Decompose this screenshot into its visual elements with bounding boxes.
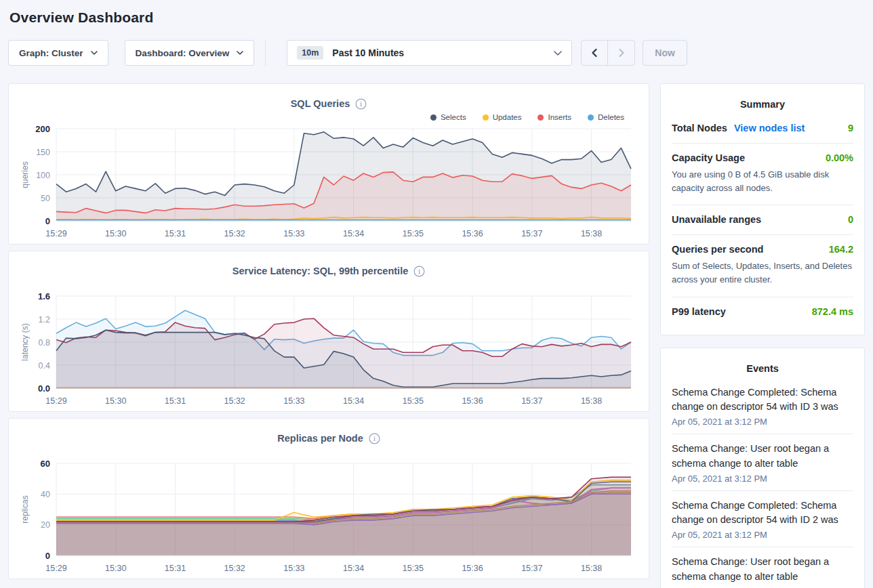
queries-per-second-value: 164.2 (829, 244, 853, 255)
chart-title-replicas-per-node: Replicas per Node (277, 433, 363, 444)
legend-item-deletes[interactable]: Deletes (588, 113, 624, 121)
legend-label: Inserts (548, 113, 571, 121)
legend-label: Selects (441, 113, 466, 121)
graph-dropdown[interactable]: Graph: Cluster (8, 40, 108, 66)
legend-dot (588, 114, 594, 121)
event-timestamp: Apr 05, 2021 at 3:12 PM (672, 417, 853, 427)
info-icon[interactable]: i (369, 433, 380, 444)
svg-text:15:37: 15:37 (521, 229, 542, 238)
info-icon[interactable]: i (355, 98, 367, 110)
info-icon[interactable]: i (413, 266, 425, 277)
sql-queries-chart[interactable]: 15:2915:3015:3115:3215:3315:3415:3515:36… (17, 123, 641, 243)
svg-text:15:36: 15:36 (462, 564, 483, 573)
svg-text:i: i (418, 268, 420, 275)
svg-text:15:30: 15:30 (105, 396, 126, 406)
chevron-down-icon (237, 51, 243, 55)
capacity-usage-description: You are using 0 B of 4.5 GiB usable disk… (672, 168, 853, 195)
svg-text:15:31: 15:31 (165, 396, 186, 406)
event-message: Schema Change: User root began a schema … (672, 442, 853, 471)
svg-text:15:29: 15:29 (45, 564, 66, 573)
controls-divider (265, 40, 266, 66)
time-range-picker[interactable]: 10m Past 10 Minutes (287, 40, 572, 66)
graph-dropdown-label: Graph: Cluster (19, 48, 83, 58)
sidebar: Summary Total Nodes View nodes list 9 Ca… (660, 83, 865, 588)
svg-text:15:35: 15:35 (403, 564, 424, 573)
chevron-down-icon (554, 51, 562, 56)
time-forward-button[interactable] (608, 41, 634, 65)
events-panel: Events Schema Change Completed: Schema c… (660, 348, 865, 588)
event-item: Schema Change Completed: Schema change o… (672, 378, 853, 435)
chart-header: Replicas per Node i (17, 431, 641, 446)
legend-label: Deletes (598, 113, 624, 121)
controls-bar: Graph: Cluster Dashboard: Overview 10m P… (8, 40, 865, 66)
chart-legend (17, 446, 624, 458)
summary-row-queries-per-second: Queries per second 164.2 Sum of Selects,… (672, 235, 853, 297)
chart-legend (17, 278, 624, 291)
svg-text:150: 150 (36, 148, 50, 157)
svg-text:15:35: 15:35 (403, 396, 424, 406)
svg-text:0: 0 (45, 551, 50, 561)
service-latency-chart[interactable]: 15:2915:3015:3115:3215:3315:3415:3515:36… (17, 291, 641, 410)
svg-text:15:34: 15:34 (343, 229, 364, 238)
chevron-left-icon (590, 48, 598, 58)
svg-text:15:33: 15:33 (283, 396, 304, 406)
event-timestamp: Apr 05, 2021 at 3:12 PM (672, 474, 853, 484)
legend-dot (483, 114, 489, 121)
overview-dashboard-page: Overview Dashboard Graph: Cluster Dashbo… (0, 9, 873, 588)
queries-per-second-description: Sum of Selects, Updates, Inserts, and De… (672, 259, 853, 287)
svg-text:15:38: 15:38 (581, 564, 602, 573)
legend-item-updates[interactable]: Updates (483, 113, 522, 121)
chart-header: Service Latency: SQL, 99th percentile i (17, 264, 641, 278)
legend-item-inserts[interactable]: Inserts (537, 113, 571, 121)
event-message: Schema Change Completed: Schema change o… (672, 385, 853, 415)
svg-text:15:31: 15:31 (165, 564, 186, 573)
chevron-right-icon (617, 48, 626, 58)
legend-dot (537, 114, 544, 121)
event-item: Schema Change: User root began a schema … (672, 434, 853, 491)
svg-text:15:34: 15:34 (343, 396, 364, 406)
main-content: SQL Queries i SelectsUpdatesInsertsDelet… (8, 83, 865, 588)
summary-row-total-nodes: Total Nodes View nodes list 9 (672, 114, 853, 144)
svg-text:15:33: 15:33 (283, 229, 304, 238)
replicas-per-node-chart[interactable]: 15:2915:3015:3115:3215:3315:3415:3515:36… (17, 458, 641, 577)
svg-text:60: 60 (41, 459, 50, 469)
chart-title-service-latency: Service Latency: SQL, 99th percentile (232, 266, 409, 276)
time-range-badge: 10m (297, 46, 323, 60)
svg-text:50: 50 (41, 194, 50, 203)
svg-text:15:38: 15:38 (581, 396, 602, 406)
svg-text:15:32: 15:32 (224, 396, 245, 406)
p99-latency-label: P99 latency (672, 306, 726, 317)
svg-text:15:30: 15:30 (105, 229, 126, 238)
time-nav-buttons (581, 40, 635, 66)
summary-row-unavailable-ranges: Unavailable ranges 0 (672, 205, 853, 235)
svg-text:15:35: 15:35 (403, 229, 424, 238)
svg-text:queries: queries (20, 161, 30, 188)
now-button[interactable]: Now (643, 40, 687, 66)
svg-text:15:36: 15:36 (462, 396, 483, 406)
unavailable-ranges-label: Unavailable ranges (672, 214, 761, 225)
svg-text:15:32: 15:32 (224, 229, 245, 238)
event-timestamp: Apr 05, 2021 at 3:12 PM (672, 530, 853, 540)
event-item: Schema Change Completed: Schema change o… (672, 491, 853, 548)
chart-card-service-latency: Service Latency: SQL, 99th percentile i … (8, 251, 649, 412)
svg-text:0.4: 0.4 (39, 361, 50, 371)
page-title: Overview Dashboard (9, 9, 865, 26)
svg-text:15:29: 15:29 (45, 396, 66, 406)
summary-row-p99-latency: P99 latency 872.4 ms (672, 297, 853, 327)
legend-label: Updates (493, 113, 522, 121)
dashboard-dropdown[interactable]: Dashboard: Overview (125, 40, 255, 66)
svg-text:100: 100 (36, 171, 50, 180)
svg-text:15:37: 15:37 (521, 564, 542, 573)
svg-text:15:36: 15:36 (462, 229, 483, 238)
view-nodes-list-link[interactable]: View nodes list (734, 123, 805, 133)
capacity-usage-value: 0.00% (826, 152, 853, 163)
svg-text:i: i (360, 101, 362, 108)
charts-column: SQL Queries i SelectsUpdatesInsertsDelet… (8, 83, 649, 579)
chart-title-sql-queries: SQL Queries (291, 98, 350, 109)
legend-item-selects[interactable]: Selects (430, 113, 466, 121)
legend-dot (430, 114, 436, 121)
event-message: Schema Change Completed: Schema change o… (672, 499, 853, 528)
time-back-button[interactable] (582, 41, 608, 65)
chart-header: SQL Queries i (17, 96, 641, 111)
total-nodes-label: Total Nodes (672, 123, 727, 133)
